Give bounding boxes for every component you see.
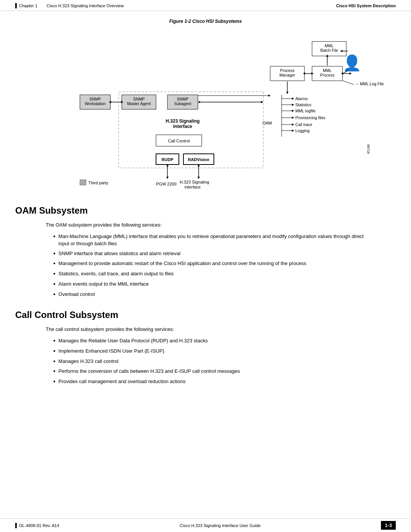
radvision-label: RADVision bbox=[188, 157, 210, 162]
oam-bullet-6: Overload control bbox=[53, 291, 373, 299]
snmp-subagent-label2: Subagent bbox=[174, 101, 191, 106]
footer-bar bbox=[15, 523, 17, 528]
oam-bullet-5: Alarm events output to the MML interface bbox=[53, 280, 373, 288]
rudp-label: RUDP bbox=[161, 157, 173, 162]
mml-process-label: MML bbox=[323, 68, 331, 73]
figure-section: Figure 1-2 Cisco HSI Subsystems 👤 MML Ba… bbox=[15, 19, 396, 194]
figure-caption: Figure 1-2 Cisco HSI Subsystems bbox=[15, 19, 396, 24]
mml-log-label: → MML Log File bbox=[355, 81, 384, 86]
page-footer: OL-4806-01 Rev. A14 Cisco H.323 Signalin… bbox=[0, 518, 411, 532]
snmp-ws-label2: Workstation bbox=[84, 101, 105, 106]
svg-marker-22 bbox=[199, 101, 201, 103]
svg-marker-39 bbox=[292, 110, 294, 112]
svg-marker-50 bbox=[268, 94, 271, 97]
svg-marker-13 bbox=[349, 72, 352, 75]
prov-files-label: Provisioning files bbox=[295, 115, 325, 120]
oam-body: The OAM subsystem provides the following… bbox=[46, 221, 373, 298]
snmp-subagent-label: SNMP bbox=[177, 97, 188, 101]
header-right: Cisco HSI System Description bbox=[336, 3, 396, 8]
cc-bullet-4: Performs the conversion of calls between… bbox=[53, 367, 373, 375]
mml-logfile-label: MML logfile bbox=[295, 109, 315, 113]
chapter-title: Cisco H.323 Signaling Interface Overview bbox=[47, 3, 124, 8]
svg-marker-37 bbox=[292, 104, 294, 106]
header-bar bbox=[15, 3, 17, 8]
svg-marker-29 bbox=[166, 177, 169, 179]
call-trace-label: Call trace bbox=[295, 122, 312, 127]
diagram-svg: 👤 MML Batch File Process Manager MML Pro… bbox=[34, 30, 377, 194]
process-mgr-label: Process bbox=[280, 68, 295, 73]
oam-bullet-4: Statistics, events, call trace, and alar… bbox=[53, 270, 373, 278]
call-control-body: The call control subsystem provides the … bbox=[46, 326, 373, 385]
snmp-ws-label: SNMP bbox=[89, 97, 101, 101]
oam-bullet-1: Man-Machine Language (MML) interface tha… bbox=[53, 233, 373, 248]
svg-marker-32 bbox=[198, 177, 200, 179]
svg-marker-23 bbox=[261, 101, 263, 103]
header-left: Chapter 1 Cisco H.323 Signaling Interfac… bbox=[15, 3, 124, 8]
cc-bullet-5: Provides call management and overload re… bbox=[53, 378, 373, 386]
snmp-master-label: SNMP bbox=[133, 97, 145, 101]
call-control-heading: Call Control Subsystem bbox=[15, 310, 396, 320]
h323-interface-label2: interface bbox=[185, 185, 201, 189]
person-icon: 👤 bbox=[342, 54, 362, 72]
svg-marker-44 bbox=[292, 123, 294, 126]
footer-doc-number: OL-4806-01 Rev. A14 bbox=[19, 523, 59, 528]
oam-section: OAM Subsystem The OAM subsystem provides… bbox=[15, 205, 396, 298]
h323-label: H.323 Signaling bbox=[166, 118, 199, 124]
page-header: Chapter 1 Cisco H.323 Signaling Interfac… bbox=[0, 0, 411, 11]
footer-left: OL-4806-01 Rev. A14 bbox=[15, 523, 59, 528]
h323-interface-label: H.323 Signaling bbox=[180, 180, 209, 184]
page-content: Figure 1-2 Cisco HSI Subsystems 👤 MML Ba… bbox=[0, 11, 411, 397]
svg-line-14 bbox=[342, 81, 354, 85]
oam-label: OAM bbox=[262, 121, 272, 125]
cc-bullet-3: Manages H.323 call control bbox=[53, 358, 373, 366]
svg-marker-46 bbox=[292, 129, 294, 132]
oam-bullet-2: SNMP interface that allows statistics an… bbox=[53, 250, 373, 258]
svg-marker-42 bbox=[292, 117, 294, 119]
alarms-label: Alarms bbox=[295, 96, 308, 101]
footer-center: Cisco H.323 Signaling Interface User Gui… bbox=[180, 523, 261, 528]
call-control-section: Call Control Subsystem The call control … bbox=[15, 310, 396, 385]
oam-intro: The OAM subsystem provides the following… bbox=[46, 221, 373, 229]
cc-bullet-2: Implements Enhanced ISDN User Part (E-IS… bbox=[53, 347, 373, 355]
logging-label: Logging bbox=[295, 128, 310, 133]
call-control-bullet-list: Manages the Reliable User Data Protocol … bbox=[53, 337, 373, 386]
fig-number: 89718 bbox=[366, 144, 370, 154]
snmp-master-label2: Master Agent bbox=[127, 101, 151, 106]
mml-batch-label: MML bbox=[325, 43, 333, 48]
oam-heading: OAM Subsystem bbox=[15, 205, 396, 216]
call-control-intro: The call control subsystem provides the … bbox=[46, 326, 373, 333]
svg-marker-35 bbox=[292, 97, 294, 100]
stats-label: Statistics bbox=[295, 102, 311, 107]
pgw-label: PGW 2200 bbox=[156, 182, 177, 186]
svg-rect-51 bbox=[80, 180, 86, 185]
mml-process-label2: Process bbox=[320, 73, 335, 77]
h323-label2: Interface bbox=[173, 124, 192, 129]
third-party-label: Third party bbox=[88, 181, 108, 185]
footer-page-number: 1-3 bbox=[381, 521, 396, 530]
oam-bullet-3: Management to provide automatic restart … bbox=[53, 260, 373, 268]
process-mgr-label2: Manager bbox=[279, 73, 295, 77]
chapter-separator bbox=[40, 3, 44, 8]
svg-marker-48 bbox=[286, 92, 288, 94]
call-control-label: Call Control bbox=[168, 139, 190, 143]
mml-batch-label2: Batch File bbox=[320, 48, 338, 53]
cc-bullet-1: Manages the Reliable User Data Protocol … bbox=[53, 337, 373, 345]
oam-bullet-list: Man-Machine Language (MML) interface tha… bbox=[53, 233, 373, 299]
chapter-label: Chapter 1 bbox=[19, 3, 37, 8]
